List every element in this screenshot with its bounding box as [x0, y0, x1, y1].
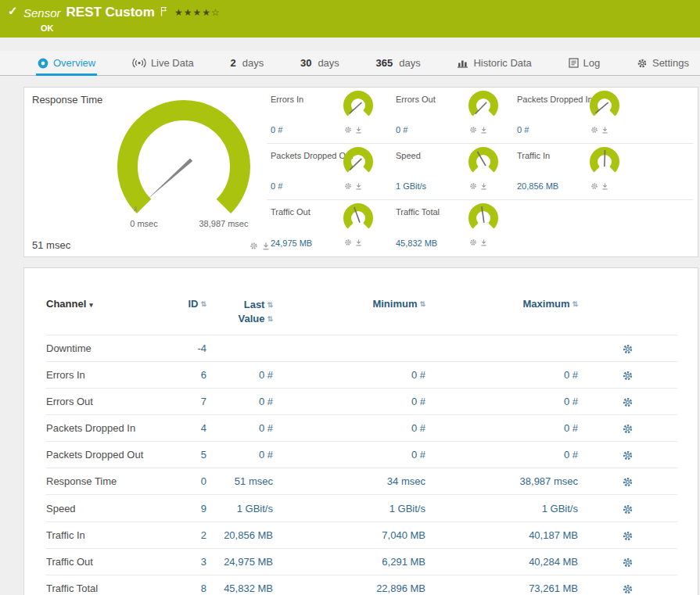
- tab-2-days-label: days: [242, 57, 264, 69]
- table-row[interactable]: Packets Dropped In 4 0 # 0 # 0 #: [46, 415, 677, 442]
- gauge-actions: [469, 238, 487, 246]
- table-row[interactable]: Errors Out 7 0 # 0 # 0 #: [46, 389, 677, 415]
- download-icon[interactable]: [480, 183, 487, 190]
- column-header-channel[interactable]: Channel▾: [46, 285, 163, 335]
- star-icon[interactable]: ★: [192, 7, 202, 18]
- download-icon[interactable]: [355, 127, 362, 134]
- table-row[interactable]: Errors In 6 0 # 0 # 0 #: [46, 362, 677, 389]
- errors-out-gauge[interactable]: [466, 90, 501, 124]
- gear-icon[interactable]: [344, 238, 352, 246]
- page-title: REST Custom: [66, 5, 155, 20]
- column-header-last-value[interactable]: Last⇅ Value⇅: [206, 285, 273, 335]
- star-icon[interactable]: ★: [202, 7, 211, 18]
- channel-max-cell: 0 #: [425, 442, 578, 468]
- gear-icon[interactable]: [344, 126, 352, 134]
- status-badge: OK: [41, 23, 700, 33]
- traffic-out-gauge[interactable]: [341, 203, 375, 237]
- flag-icon[interactable]: [160, 9, 167, 16]
- gear-icon[interactable]: [469, 238, 477, 246]
- channel-gear-icon[interactable]: [622, 557, 634, 568]
- traffic-total-gauge[interactable]: [466, 203, 501, 237]
- tab-365-days-number: 365: [376, 57, 393, 69]
- speed-gauge[interactable]: [466, 146, 501, 181]
- channel-gear-icon[interactable]: [622, 370, 634, 382]
- table-row[interactable]: Downtime -4: [46, 335, 677, 362]
- tab-2-days[interactable]: 2 days: [229, 57, 266, 76]
- channel-gear-icon[interactable]: [622, 450, 634, 461]
- channel-name-cell: Downtime: [46, 335, 163, 362]
- gauge-actions: [469, 182, 487, 190]
- channel-max-cell: 38,987 msec: [425, 468, 578, 495]
- tab-historic-data[interactable]: Historic Data: [455, 57, 533, 76]
- packets-dropped-out-gauge[interactable]: [341, 146, 375, 181]
- table-row[interactable]: Traffic In 2 20,856 MB 7,040 MB 40,187 M…: [46, 522, 677, 548]
- gauge-value: 45,832 MB: [396, 238, 437, 248]
- channel-gear-icon[interactable]: [622, 504, 634, 515]
- star-icon[interactable]: ★: [174, 7, 184, 18]
- channel-name-cell: Errors Out: [46, 389, 163, 415]
- gauge-cell-speed: Speed 1 GBit/s: [392, 144, 513, 200]
- gauge-value: 24,975 MB: [271, 238, 312, 248]
- channel-gear-icon[interactable]: [622, 396, 634, 408]
- channel-min-cell: [273, 335, 425, 362]
- channel-gear-icon[interactable]: [622, 583, 634, 595]
- column-header-maximum[interactable]: Maximum⇅: [425, 285, 578, 335]
- star-empty-icon[interactable]: ☆: [211, 7, 221, 18]
- column-header-id[interactable]: ID⇅: [163, 285, 206, 335]
- table-row[interactable]: Traffic Total 8 45,832 MB 22,896 MB 73,2…: [46, 575, 677, 595]
- star-icon[interactable]: ★: [184, 7, 193, 18]
- tab-365-days-label: days: [399, 57, 420, 69]
- table-row[interactable]: Response Time 0 51 msec 34 msec 38,987 m…: [46, 468, 677, 495]
- gear-icon[interactable]: [469, 182, 477, 190]
- download-icon[interactable]: [480, 239, 487, 246]
- tab-live-data[interactable]: Live Data: [131, 57, 196, 76]
- tab-live-data-label: Live Data: [151, 57, 194, 69]
- channel-gear-icon[interactable]: [622, 423, 634, 435]
- traffic-in-gauge[interactable]: [587, 146, 622, 181]
- tab-2-days-number: 2: [231, 57, 236, 69]
- caret-down-icon: ▾: [89, 301, 93, 309]
- gear-icon[interactable]: [591, 126, 598, 134]
- channel-id-cell: 2: [163, 522, 206, 548]
- download-icon[interactable]: [601, 127, 608, 134]
- channel-max-cell: 1 GBit/s: [425, 495, 578, 522]
- tab-30-days[interactable]: 30 days: [299, 57, 341, 76]
- download-icon[interactable]: [480, 127, 487, 134]
- channel-gear-icon[interactable]: [622, 530, 634, 542]
- column-header-minimum[interactable]: Minimum⇅: [273, 285, 425, 335]
- gauge-value: 0 #: [517, 125, 529, 134]
- channel-id-cell: 3: [163, 548, 206, 575]
- priority-stars[interactable]: ★★★★☆: [174, 7, 221, 18]
- tab-overview[interactable]: Overview: [36, 57, 97, 76]
- tab-settings[interactable]: Settings: [635, 57, 691, 76]
- table-row[interactable]: Speed 9 1 GBit/s 1 GBit/s 1 GBit/s: [46, 495, 677, 522]
- sort-icon: ⇅: [267, 315, 273, 323]
- tab-30-days-label: days: [318, 57, 339, 69]
- gear-icon[interactable]: [591, 182, 598, 190]
- download-icon[interactable]: [355, 239, 362, 246]
- channel-max-cell: 0 #: [425, 362, 578, 389]
- packets-dropped-in-gauge[interactable]: [587, 90, 622, 124]
- gear-icon[interactable]: [249, 242, 258, 250]
- table-row[interactable]: Traffic Out 3 24,975 MB 6,291 MB 40,284 …: [46, 548, 677, 575]
- download-icon[interactable]: [601, 183, 608, 190]
- channel-min-cell: 0 #: [273, 415, 425, 442]
- main-gauge-title: Response Time: [32, 94, 102, 106]
- gear-icon[interactable]: [469, 126, 477, 134]
- tab-365-days[interactable]: 365 days: [375, 57, 422, 76]
- tab-overview-label: Overview: [53, 57, 95, 69]
- gear-icon[interactable]: [344, 182, 352, 190]
- gauge-title: Traffic Total: [396, 207, 440, 217]
- settings-icon: [637, 58, 648, 69]
- gauge-needle: [145, 159, 192, 202]
- channel-id-cell: -4: [163, 335, 206, 362]
- gauge-cell-packets-dropped-out: Packets Dropped Out 0 #: [267, 144, 392, 200]
- download-icon[interactable]: [355, 183, 362, 190]
- gauge-needle: [605, 150, 605, 167]
- tab-log[interactable]: Log: [567, 57, 602, 76]
- channel-gear-icon[interactable]: [622, 476, 634, 488]
- response-time-gauge[interactable]: x̄ 0 msec 38,987 msec: [106, 92, 262, 233]
- table-row[interactable]: Packets Dropped Out 5 0 # 0 # 0 #: [46, 442, 677, 468]
- errors-in-gauge[interactable]: [341, 90, 375, 124]
- channel-gear-icon[interactable]: [622, 343, 634, 355]
